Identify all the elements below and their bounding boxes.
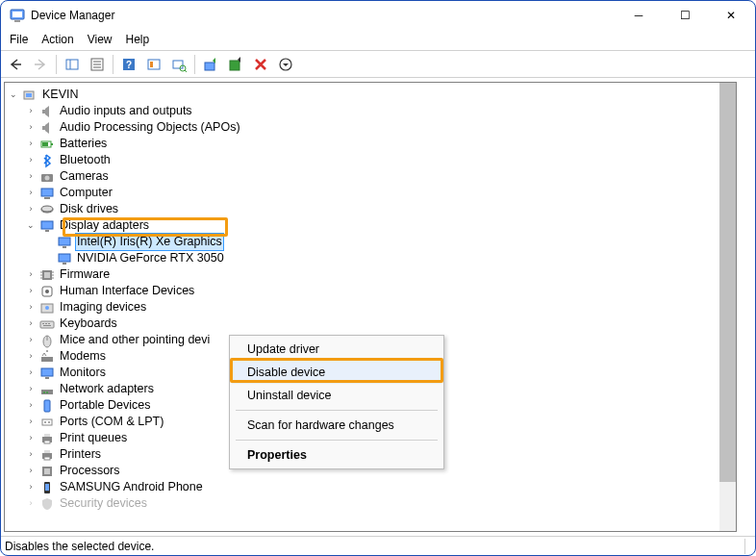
tree-item-label: Audio Processing Objects (APOs)	[59, 119, 241, 136]
context-menu-separator	[236, 410, 438, 411]
svg-rect-3	[66, 60, 78, 69]
tree-item-label: Imaging devices	[59, 299, 147, 316]
properties-button[interactable]	[86, 54, 109, 75]
tree-item[interactable]: ›Keyboards	[7, 316, 734, 332]
svg-line-15	[185, 70, 187, 72]
chip-icon	[39, 267, 55, 283]
tree-item-label: KEVIN	[41, 87, 80, 103]
scrollbar-thumb[interactable]	[719, 83, 736, 482]
tree-item[interactable]: ›SAMSUNG Android Phone	[7, 479, 734, 495]
chevron-right-icon[interactable]: ›	[24, 316, 38, 332]
help-button[interactable]: ?	[117, 54, 140, 75]
titlebar: Device Manager ─ ☐ ✕	[0, 0, 756, 31]
uninstall-device-button[interactable]	[249, 54, 272, 75]
tree-item-label: Computer	[59, 185, 113, 201]
update-driver-button[interactable]	[199, 54, 222, 75]
chevron-right-icon[interactable]: ›	[24, 332, 38, 348]
statusbar-text: Disables the selected device.	[5, 540, 154, 553]
maximize-button[interactable]: ☐	[664, 2, 706, 29]
chevron-right-icon[interactable]: ›	[24, 103, 38, 119]
disable-device-button[interactable]	[224, 54, 247, 75]
chevron-right-icon[interactable]: ›	[24, 185, 38, 201]
nav-forward-button[interactable]	[29, 54, 52, 75]
chevron-down-icon[interactable]: ⌄	[7, 87, 20, 103]
svg-rect-57	[41, 357, 53, 362]
menu-file[interactable]: File	[10, 33, 28, 46]
tree-item[interactable]: ›Audio inputs and outputs	[7, 103, 734, 119]
chevron-right-icon[interactable]: ›	[24, 463, 38, 479]
chevron-right-icon[interactable]: ›	[24, 414, 38, 430]
tree-item-label: Cameras	[59, 168, 110, 185]
tree-item[interactable]: ›Cameras	[7, 168, 734, 185]
chevron-right-icon[interactable]: ›	[24, 479, 38, 495]
toolbar-dropdown-button[interactable]	[274, 54, 297, 75]
chevron-right-icon[interactable]: ›	[24, 266, 38, 283]
context-menu-disable-device[interactable]: Disable device	[232, 361, 441, 384]
svg-rect-69	[44, 434, 50, 437]
minimize-button[interactable]: ─	[617, 2, 660, 29]
chevron-right-icon[interactable]: ›	[24, 365, 38, 381]
tree-item[interactable]: ›Firmware	[7, 266, 734, 283]
tree-item-label: Intel(R) Iris(R) Xe Graphics	[75, 233, 224, 251]
tree-item[interactable]: ›Human Interface Devices	[7, 283, 734, 299]
context-menu-update-driver[interactable]: Update driver	[232, 338, 441, 361]
chevron-right-icon[interactable]: ›	[24, 381, 38, 397]
tree-item[interactable]: ›Imaging devices	[7, 299, 734, 316]
svg-point-62	[43, 392, 45, 393]
tree-item-label: Firmware	[59, 266, 111, 283]
action-button[interactable]	[142, 54, 165, 75]
show-hide-console-tree-button[interactable]	[61, 54, 84, 75]
statusbar-separator	[744, 539, 745, 554]
context-menu-scan-hardware[interactable]: Scan for hardware changes	[232, 414, 441, 437]
svg-rect-17	[230, 61, 239, 70]
svg-point-47	[45, 290, 49, 293]
svg-rect-16	[205, 63, 214, 70]
svg-rect-2	[14, 20, 20, 22]
chevron-right-icon[interactable]: ›	[24, 397, 38, 414]
close-button[interactable]: ✕	[710, 2, 752, 29]
tree-item-label: Disk drives	[59, 201, 119, 217]
chevron-right-icon[interactable]: ›	[24, 136, 38, 152]
scrollbar[interactable]	[719, 83, 736, 531]
menu-view[interactable]: View	[88, 33, 113, 46]
svg-rect-25	[42, 142, 48, 146]
chevron-right-icon[interactable]: ›	[24, 201, 38, 217]
tree-item-selected[interactable]: ›Intel(R) Iris(R) Xe Graphics	[7, 234, 734, 250]
chevron-right-icon[interactable]: ›	[24, 348, 38, 365]
svg-rect-32	[41, 221, 53, 229]
chevron-right-icon[interactable]: ›	[24, 446, 38, 463]
chevron-right-icon[interactable]: ›	[24, 495, 38, 512]
scan-hardware-button[interactable]	[167, 54, 190, 75]
chevron-right-icon[interactable]: ›	[24, 283, 38, 299]
hid-icon	[39, 284, 55, 299]
chevron-right-icon[interactable]: ›	[24, 119, 38, 136]
chevron-right-icon[interactable]: ›	[24, 152, 38, 168]
tree-item[interactable]: ›Audio Processing Objects (APOs)	[7, 119, 734, 136]
tree-item[interactable]: ›NVIDIA GeForce RTX 3050	[7, 250, 734, 266]
tree-item[interactable]: ⌄KEVIN	[7, 87, 734, 103]
tree-item[interactable]: ⌄Display adapters	[7, 217, 734, 234]
tree-item[interactable]: ›Computer	[7, 185, 734, 201]
svg-point-67	[48, 421, 50, 423]
menu-action[interactable]: Action	[41, 33, 73, 46]
tree-item[interactable]: ›Disk drives	[7, 201, 734, 217]
chevron-down-icon[interactable]: ⌄	[24, 217, 38, 234]
chevron-right-icon[interactable]: ›	[24, 299, 38, 316]
tree-item-label: Security devices	[59, 495, 148, 512]
port-icon	[39, 415, 55, 430]
tree-item[interactable]: ›Batteries	[7, 136, 734, 152]
svg-rect-28	[41, 189, 53, 196]
context-menu-properties[interactable]: Properties	[232, 443, 441, 467]
svg-point-27	[45, 175, 50, 180]
disk-icon	[39, 202, 55, 217]
svg-rect-24	[51, 143, 53, 145]
tree-item[interactable]: ›Security devices	[7, 495, 734, 512]
battery-icon	[39, 137, 55, 152]
menubar: File Action View Help	[0, 31, 756, 51]
nav-back-button[interactable]	[4, 54, 27, 75]
tree-item[interactable]: ›Bluetooth	[7, 152, 734, 168]
context-menu-uninstall-device[interactable]: Uninstall device	[232, 384, 441, 407]
chevron-right-icon[interactable]: ›	[24, 168, 38, 185]
chevron-right-icon[interactable]: ›	[24, 430, 38, 446]
menu-help[interactable]: Help	[126, 33, 150, 46]
